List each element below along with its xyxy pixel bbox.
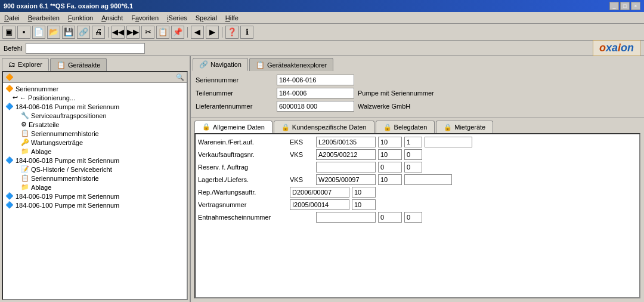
tree-item-184-006-100[interactable]: 🔷 184-006-100 Pumpe mit Seriennum [4, 201, 185, 209]
tree-item-ersatzteile[interactable]: ⚙ Ersatzteile [4, 120, 185, 129]
tree-filter-icon[interactable]: 🔶 [5, 73, 14, 81]
tab-gerateakte[interactable]: 📋 Geräteakte [50, 58, 107, 71]
grid-input-6-num2[interactable] [404, 212, 422, 223]
grid-row-3: Lagerbel./Liefers. VKS [198, 174, 637, 185]
maximize-button[interactable]: □ [620, 2, 630, 10]
grid-input-2-num2[interactable] [404, 162, 422, 172]
grid-row-0: Warenein./Fert.auf. EKS [198, 137, 637, 147]
menu-favoriten[interactable]: Favoriten [129, 14, 160, 22]
form-area: Seriennummer Teilenummer Pumpe mit Serie… [191, 71, 644, 118]
command-input[interactable] [26, 43, 145, 54]
right-panel: 🔗 Navigation 📋 Geräteaktenexplorer Serie… [191, 56, 644, 302]
grid-input-0-num2[interactable] [404, 137, 422, 147]
menu-bearbeiten[interactable]: Bearbeiten [26, 14, 61, 22]
grid-input-4-num1[interactable] [352, 187, 376, 198]
grid-input-3-num1[interactable] [378, 174, 402, 185]
toolbar-btn-open[interactable]: 📂 [47, 26, 60, 39]
toolbar-btn-info[interactable]: ℹ [240, 26, 253, 39]
toolbar-btn-next[interactable]: ▶ [206, 26, 219, 39]
toolbar-btn-back2[interactable]: ◀◀ [112, 26, 125, 39]
tree-item-positionierung[interactable]: ↩ ← Positionierung... [4, 93, 185, 102]
input-lieferantennummer[interactable] [277, 101, 354, 112]
tree-item-serviceauftrags[interactable]: 🔧 Serviceauftragspositionen [4, 111, 185, 120]
input-teilenummer[interactable] [277, 88, 354, 98]
menu-funktion[interactable]: Funktion [66, 14, 95, 22]
grid-input-0-num1[interactable] [378, 137, 402, 147]
menu-hilfe[interactable]: Hilfe [224, 14, 240, 22]
gerateakte-icon: 📋 [57, 61, 66, 69]
toolbar-btn-new[interactable]: 📄 [32, 26, 45, 39]
tree-item-ablage-1[interactable]: 📁 Ablage [4, 147, 185, 156]
navigation-icon: 🔗 [199, 60, 208, 69]
tree-item-ablage-2[interactable]: 📁 Ablage [4, 183, 185, 192]
tree-back-icon: ↩ [13, 94, 18, 101]
toolbar-btn-1[interactable]: ▣ [2, 26, 16, 39]
tree-search-icon[interactable]: 🔍 [176, 73, 184, 81]
left-panel: 🗂 Explorer 📋 Geräteakte 🔶 🔍 🔶 Seriennumm… [0, 56, 191, 302]
inner-tab-allgemeine[interactable]: 🔒 Allgemeine Daten [194, 121, 273, 133]
tree-item-serienhistorie-1[interactable]: 📋 Seriennummernhistorie [4, 129, 185, 138]
toolbar-btn-cut[interactable]: ✂ [141, 26, 154, 39]
grid-label-3: Lagerbel./Liefers. [198, 176, 287, 183]
tree-content[interactable]: 🔶 Seriennummer ↩ ← Positionierung... 🔷 1… [3, 83, 187, 299]
menu-spezial[interactable]: Spezial [194, 14, 219, 22]
command-bar: Befehl oxaion [0, 41, 644, 56]
grid-input-3-val[interactable] [316, 174, 376, 185]
form-row-lieferantennummer: Lieferantennummer Walzwerke GmbH [196, 101, 639, 112]
grid-input-3-extra[interactable] [404, 174, 452, 185]
input-seriennummer[interactable] [277, 75, 354, 85]
tree-item-184-006-019[interactable]: 🔷 184-006-019 Pumpe mit Seriennum [4, 192, 185, 201]
inner-tab-belegdaten-label: Belegdaten [394, 124, 428, 131]
left-tab-bar: 🗂 Explorer 📋 Geräteakte [0, 56, 190, 71]
toolbar-btn-print[interactable]: 🖨 [92, 26, 105, 39]
tree-item-184-006-018[interactable]: 🔷 184-006-018 Pumpe mit Seriennum [4, 156, 185, 165]
tree-item-qs-historie[interactable]: 📝 QS-Historie / Servicebericht [4, 165, 185, 174]
toolbar-btn-help[interactable]: ❓ [225, 26, 239, 39]
grid-code-3: VKS [290, 176, 314, 183]
serienhistorie-1-icon: 📋 [21, 130, 29, 137]
tree-item-serienhistorie-2[interactable]: 📋 Seriennummernhistorie [4, 174, 185, 183]
toolbar-btn-2[interactable]: ▪ [17, 26, 30, 39]
grid-row-1: Verkaufsauftragsnr. VKS [198, 149, 637, 160]
belegdaten-lock-icon: 🔒 [383, 124, 392, 131]
tab-gerateaktenexplorer[interactable]: 📋 Geräteaktenexplorer [249, 58, 333, 71]
menu-ansicht[interactable]: Ansicht [100, 14, 125, 22]
toolbar-btn-copy[interactable]: 📋 [156, 26, 169, 39]
grid-input-2-val[interactable] [316, 162, 376, 172]
toolbar-btn-link[interactable]: 🔗 [77, 26, 90, 39]
close-button[interactable]: × [631, 2, 640, 10]
toolbar-btn-prev[interactable]: ◀ [191, 26, 204, 39]
grid-input-2-num1[interactable] [378, 162, 402, 172]
grid-input-5-num1[interactable] [352, 199, 376, 210]
grid-input-5-code[interactable] [290, 199, 349, 210]
toolbar-btn-save[interactable]: 💾 [62, 26, 75, 39]
tree-item-184-006-016[interactable]: 🔷 184-006-016 Pumpe mit Seriennum [4, 102, 185, 111]
grid-input-0-extra[interactable] [425, 137, 472, 147]
menu-iseries[interactable]: iSeries [165, 14, 189, 22]
command-label: Befehl [4, 45, 22, 52]
grid-input-1-val[interactable] [316, 149, 376, 160]
tab-explorer[interactable]: 🗂 Explorer [2, 58, 49, 71]
grid-input-6-num1[interactable] [378, 212, 402, 223]
inner-tab-allgemeine-label: Allgemeine Daten [213, 124, 265, 131]
tree-item-seriennummer[interactable]: 🔶 Seriennummer [4, 84, 185, 93]
inner-tab-kundenspezifische[interactable]: 🔒 Kundenspezifische Daten [274, 121, 374, 133]
tab-gerateakte-label: Geräteakte [68, 61, 100, 69]
grid-input-1-num2[interactable] [404, 149, 422, 160]
minimize-button[interactable]: _ [609, 2, 619, 10]
window-controls[interactable]: _ □ × [609, 2, 640, 10]
inner-tab-mietgerate[interactable]: 🔒 Mietgeräte [436, 121, 493, 133]
grid-input-6-val[interactable] [316, 212, 376, 223]
grid-input-1-num1[interactable] [378, 149, 402, 160]
inner-tab-belegdaten[interactable]: 🔒 Belegdaten [376, 121, 435, 133]
tree-toolbar: 🔶 🔍 [3, 72, 187, 83]
grid-input-4-code[interactable] [290, 187, 349, 198]
ablage-1-icon: 📁 [21, 147, 29, 155]
tab-navigation[interactable]: 🔗 Navigation [193, 58, 248, 71]
tree-item-wartungsvertrage[interactable]: 🔑 Wartungsverträge [4, 138, 185, 147]
window-title: 900 oxaion 6.1 **QS Fa. oxaion ag 900*6.… [4, 2, 133, 10]
toolbar-btn-paste[interactable]: 📌 [171, 26, 184, 39]
toolbar-btn-fwd2[interactable]: ▶▶ [126, 26, 140, 39]
menu-datei[interactable]: Datei [2, 14, 21, 22]
grid-input-0-val[interactable] [316, 137, 376, 147]
